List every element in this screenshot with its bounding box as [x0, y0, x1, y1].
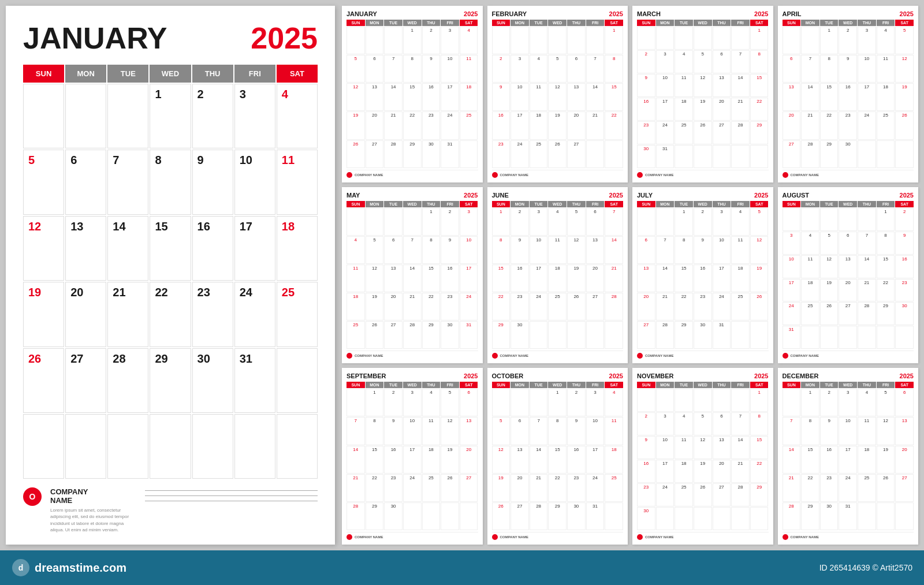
- small-cal-footer: COMPANY NAME: [637, 170, 769, 178]
- small-day-cell: 14: [731, 74, 750, 97]
- small-day-cell: 28: [346, 502, 365, 530]
- small-day-hdr: WED: [839, 382, 857, 388]
- small-day-cell: 27: [460, 474, 478, 502]
- small-day-cell: 30: [422, 140, 441, 168]
- thu-header: THU: [192, 65, 233, 83]
- small-day-cell: 12: [548, 83, 567, 111]
- small-day-cell: 24: [656, 121, 675, 144]
- small-week: 2728293031: [637, 321, 769, 349]
- small-day-cell: 14: [783, 446, 801, 474]
- day-cell: 9: [192, 150, 233, 214]
- small-day-cell: 3: [403, 389, 422, 416]
- small-day-cell: 25: [460, 111, 478, 139]
- small-week: 14151617181920: [783, 446, 914, 474]
- small-day-hdr: MON: [656, 201, 675, 207]
- small-day-cell: [605, 140, 623, 168]
- small-day-cell: 29: [548, 502, 567, 530]
- small-day-cell: 9: [637, 436, 655, 459]
- small-day-cell: 13: [366, 83, 384, 111]
- small-day-cell: [675, 389, 693, 412]
- small-cal-april: APRIL2025SUNMONTUEWEDTHUFRISAT1234567891…: [778, 6, 919, 182]
- small-day-cell: 23: [492, 140, 511, 168]
- small-day-cell: 13: [384, 264, 403, 292]
- small-day-hdr: THU: [422, 20, 441, 26]
- small-day-cell: 30: [637, 507, 655, 530]
- small-cal-footer: COMPANY NAME: [783, 351, 914, 359]
- small-day-cell: 9: [492, 83, 511, 111]
- small-day-hdr: MON: [656, 382, 675, 388]
- small-day-hdr: SUN: [637, 20, 655, 26]
- small-year: 2025: [900, 10, 914, 17]
- small-day-hdr: THU: [422, 382, 441, 388]
- small-day-cell: 10: [839, 417, 857, 445]
- small-day-cell: 29: [877, 302, 895, 325]
- small-day-cell: 15: [403, 83, 422, 111]
- small-day-cell: 27: [511, 502, 529, 530]
- small-year: 2025: [609, 192, 623, 199]
- small-day-cell: [656, 389, 675, 412]
- day-cell: 29: [150, 348, 191, 413]
- small-day-hdr: SAT: [605, 201, 623, 207]
- small-day-hdr: TUE: [675, 201, 693, 207]
- small-day-hdr: MON: [511, 201, 529, 207]
- large-month-name: JANUARY: [23, 23, 167, 53]
- small-company-logo: [346, 534, 352, 540]
- small-week: 25262728293031: [346, 321, 478, 349]
- small-day-cell: 13: [713, 436, 731, 459]
- small-cal-header: JANUARY2025: [346, 10, 478, 17]
- small-day-cell: 23: [384, 474, 403, 502]
- small-day-cell: 2: [637, 50, 655, 73]
- small-day-cell: 15: [422, 264, 441, 292]
- small-day-cell: 20: [586, 264, 605, 292]
- small-week: 15161718192021: [492, 264, 624, 292]
- small-week: 6789101112: [637, 236, 769, 264]
- small-day-cell: 29: [750, 483, 769, 506]
- small-day-cell: [783, 389, 801, 416]
- small-day-cell: 8: [422, 236, 441, 264]
- small-day-cell: 24: [783, 302, 801, 325]
- small-day-cell: 2: [511, 208, 529, 236]
- small-weeks: 1234567891011121314151617181920212223242…: [783, 27, 914, 168]
- small-day-cell: 1: [422, 208, 441, 236]
- week-2: 5 6 7 8 9 10 11: [23, 150, 318, 214]
- small-day-cell: 27: [366, 140, 384, 168]
- small-day-hdr: FRI: [877, 20, 895, 26]
- small-day-hdr: FRI: [586, 382, 605, 388]
- small-day-cell: 16: [441, 264, 459, 292]
- small-day-cell: 25: [346, 321, 365, 349]
- small-day-hdr: MON: [366, 20, 384, 26]
- small-day-cell: 20: [713, 460, 731, 483]
- small-day-cell: 9: [637, 74, 655, 97]
- day-cell: 16: [192, 216, 233, 281]
- small-cal-footer: COMPANY NAME: [346, 532, 478, 540]
- small-day-cell: 2: [694, 208, 712, 236]
- small-cal-footer: COMPANY NAME: [783, 532, 914, 540]
- small-day-hdr: WED: [548, 201, 567, 207]
- small-day-cell: 9: [422, 55, 441, 83]
- small-company-name: COMPANY NAME: [500, 535, 528, 539]
- small-day-cell: 24: [530, 293, 548, 321]
- small-day-cell: 8: [492, 236, 511, 264]
- small-company-name: COMPANY NAME: [645, 535, 673, 539]
- small-day-cell: 22: [548, 474, 567, 502]
- small-day-hdr: SUN: [346, 20, 365, 26]
- small-week: 1: [492, 27, 624, 54]
- small-day-cell: 10: [586, 417, 605, 445]
- company-info: COMPANYNAME Lorem ipsum sit amet, consec…: [50, 487, 136, 533]
- small-week: 1234567: [492, 208, 624, 236]
- small-day-hdr: FRI: [586, 201, 605, 207]
- day-cell: 10: [234, 150, 275, 214]
- day-cell: 31: [234, 348, 275, 413]
- small-day-cell: 18: [422, 446, 441, 474]
- small-day-cell: [858, 140, 876, 168]
- small-day-cell: 31: [713, 321, 731, 349]
- small-day-cell: 13: [567, 83, 586, 111]
- small-day-cell: 17: [783, 279, 801, 302]
- small-day-cell: 5: [820, 232, 839, 255]
- small-day-cell: 3: [460, 208, 478, 236]
- small-day-cell: [713, 27, 731, 50]
- small-day-cell: 6: [895, 389, 914, 416]
- small-company-logo: [492, 172, 498, 178]
- small-day-cell: 9: [895, 232, 914, 255]
- small-day-cell: 14: [858, 255, 876, 278]
